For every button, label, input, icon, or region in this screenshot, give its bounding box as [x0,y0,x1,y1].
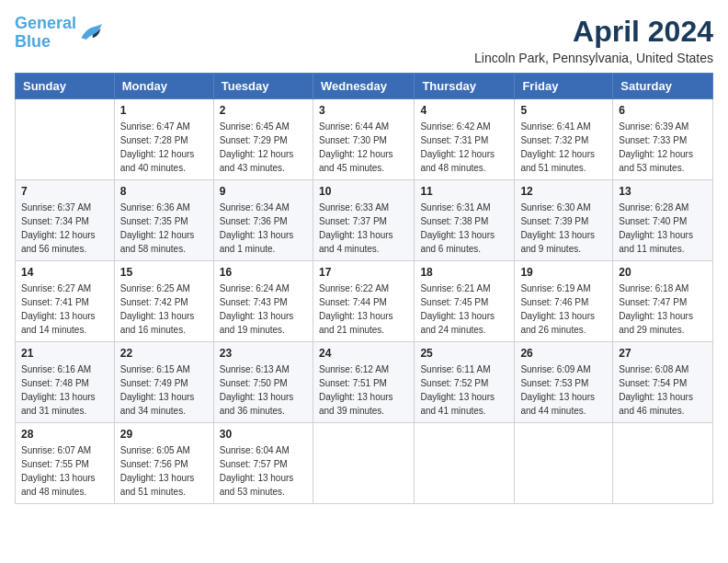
calendar-cell: 28Sunrise: 6:07 AMSunset: 7:55 PMDayligh… [16,423,115,504]
day-info: Sunrise: 6:31 AMSunset: 7:38 PMDaylight:… [420,201,508,256]
calendar-table: SundayMondayTuesdayWednesdayThursdayFrid… [15,73,713,504]
calendar-cell [515,423,613,504]
calendar-week-row: 14Sunrise: 6:27 AMSunset: 7:41 PMDayligh… [16,261,713,342]
calendar-cell: 1Sunrise: 6:47 AMSunset: 7:28 PMDaylight… [114,99,213,180]
day-number: 21 [21,347,108,360]
day-number: 2 [220,104,307,117]
calendar-cell: 22Sunrise: 6:15 AMSunset: 7:49 PMDayligh… [114,342,213,423]
day-info: Sunrise: 6:37 AMSunset: 7:34 PMDaylight:… [21,201,108,256]
day-number: 25 [420,347,508,360]
day-number: 20 [619,266,707,279]
calendar-cell: 13Sunrise: 6:28 AMSunset: 7:40 PMDayligh… [613,180,713,261]
day-info: Sunrise: 6:39 AMSunset: 7:33 PMDaylight:… [619,120,707,175]
calendar-cell: 6Sunrise: 6:39 AMSunset: 7:33 PMDaylight… [613,99,713,180]
calendar-cell: 29Sunrise: 6:05 AMSunset: 7:56 PMDayligh… [114,423,213,504]
day-info: Sunrise: 6:15 AMSunset: 7:49 PMDaylight:… [120,362,208,418]
day-info: Sunrise: 6:19 AMSunset: 7:46 PMDaylight:… [520,282,607,337]
calendar-cell: 5Sunrise: 6:41 AMSunset: 7:32 PMDaylight… [515,99,613,180]
calendar-cell: 7Sunrise: 6:37 AMSunset: 7:34 PMDaylight… [16,180,115,261]
calendar-cell: 27Sunrise: 6:08 AMSunset: 7:54 PMDayligh… [613,342,713,423]
calendar-cell: 17Sunrise: 6:22 AMSunset: 7:44 PMDayligh… [313,261,414,342]
day-info: Sunrise: 6:08 AMSunset: 7:54 PMDaylight:… [619,362,707,418]
calendar-cell: 18Sunrise: 6:21 AMSunset: 7:45 PMDayligh… [415,261,515,342]
calendar-cell: 21Sunrise: 6:16 AMSunset: 7:48 PMDayligh… [16,342,115,423]
logo-general: General [15,14,76,32]
day-number: 3 [319,104,408,117]
calendar-cell: 10Sunrise: 6:33 AMSunset: 7:37 PMDayligh… [313,180,414,261]
calendar-week-row: 28Sunrise: 6:07 AMSunset: 7:55 PMDayligh… [16,423,713,504]
calendar-cell: 4Sunrise: 6:42 AMSunset: 7:31 PMDaylight… [415,99,515,180]
col-header-tuesday: Tuesday [213,74,313,99]
day-number: 7 [21,185,108,198]
day-number: 9 [220,185,307,198]
day-info: Sunrise: 6:41 AMSunset: 7:32 PMDaylight:… [520,120,607,175]
day-info: Sunrise: 6:22 AMSunset: 7:44 PMDaylight:… [319,282,408,337]
day-info: Sunrise: 6:05 AMSunset: 7:56 PMDaylight:… [120,443,208,499]
day-number: 15 [120,266,208,279]
logo-bird-icon [78,20,104,46]
day-number: 22 [120,347,208,360]
day-info: Sunrise: 6:25 AMSunset: 7:42 PMDaylight:… [120,282,208,337]
day-number: 4 [420,104,508,117]
page: General Blue April 2024 Lincoln Park, Pe… [0,0,728,563]
day-number: 14 [21,266,108,279]
col-header-friday: Friday [515,74,613,99]
day-number: 18 [420,266,508,279]
calendar-cell [415,423,515,504]
day-info: Sunrise: 6:11 AMSunset: 7:52 PMDaylight:… [420,362,508,418]
calendar-cell: 2Sunrise: 6:45 AMSunset: 7:29 PMDaylight… [213,99,313,180]
day-info: Sunrise: 6:07 AMSunset: 7:55 PMDaylight:… [21,443,108,499]
calendar-cell: 11Sunrise: 6:31 AMSunset: 7:38 PMDayligh… [415,180,515,261]
calendar-cell: 16Sunrise: 6:24 AMSunset: 7:43 PMDayligh… [213,261,313,342]
day-info: Sunrise: 6:33 AMSunset: 7:37 PMDaylight:… [319,201,408,256]
col-header-sunday: Sunday [16,74,115,99]
location: Lincoln Park, Pennsylvania, United State… [474,51,713,65]
calendar-cell: 24Sunrise: 6:12 AMSunset: 7:51 PMDayligh… [313,342,414,423]
day-number: 27 [619,347,707,360]
day-info: Sunrise: 6:36 AMSunset: 7:35 PMDaylight:… [120,201,208,256]
day-number: 29 [120,428,208,441]
logo-blue: Blue [15,32,51,51]
day-number: 13 [619,185,707,198]
day-number: 23 [220,347,307,360]
day-info: Sunrise: 6:21 AMSunset: 7:45 PMDaylight:… [420,282,508,337]
header: General Blue April 2024 Lincoln Park, Pe… [15,15,713,65]
calendar-cell: 20Sunrise: 6:18 AMSunset: 7:47 PMDayligh… [613,261,713,342]
logo-text: General Blue [15,15,76,52]
calendar-cell [313,423,414,504]
col-header-thursday: Thursday [415,74,515,99]
day-number: 5 [520,104,607,117]
calendar-cell: 23Sunrise: 6:13 AMSunset: 7:50 PMDayligh… [213,342,313,423]
calendar-header-row: SundayMondayTuesdayWednesdayThursdayFrid… [16,74,713,99]
calendar-cell: 15Sunrise: 6:25 AMSunset: 7:42 PMDayligh… [114,261,213,342]
day-info: Sunrise: 6:27 AMSunset: 7:41 PMDaylight:… [21,282,108,337]
calendar-cell: 14Sunrise: 6:27 AMSunset: 7:41 PMDayligh… [16,261,115,342]
calendar-cell: 26Sunrise: 6:09 AMSunset: 7:53 PMDayligh… [515,342,613,423]
calendar-week-row: 21Sunrise: 6:16 AMSunset: 7:48 PMDayligh… [16,342,713,423]
col-header-monday: Monday [114,74,213,99]
day-info: Sunrise: 6:09 AMSunset: 7:53 PMDaylight:… [520,362,607,418]
calendar-week-row: 1Sunrise: 6:47 AMSunset: 7:28 PMDaylight… [16,99,713,180]
day-info: Sunrise: 6:42 AMSunset: 7:31 PMDaylight:… [420,120,508,175]
day-number: 19 [520,266,607,279]
day-number: 1 [120,104,208,117]
day-info: Sunrise: 6:18 AMSunset: 7:47 PMDaylight:… [619,282,707,337]
day-info: Sunrise: 6:44 AMSunset: 7:30 PMDaylight:… [319,120,408,175]
day-number: 16 [220,266,307,279]
day-number: 24 [319,347,408,360]
month-year: April 2024 [474,15,713,49]
day-info: Sunrise: 6:34 AMSunset: 7:36 PMDaylight:… [220,201,307,256]
calendar-week-row: 7Sunrise: 6:37 AMSunset: 7:34 PMDaylight… [16,180,713,261]
day-info: Sunrise: 6:13 AMSunset: 7:50 PMDaylight:… [220,362,307,418]
day-info: Sunrise: 6:12 AMSunset: 7:51 PMDaylight:… [319,362,408,418]
day-number: 28 [21,428,108,441]
col-header-saturday: Saturday [613,74,713,99]
day-number: 10 [319,185,408,198]
day-number: 11 [420,185,508,198]
calendar-cell: 30Sunrise: 6:04 AMSunset: 7:57 PMDayligh… [213,423,313,504]
day-info: Sunrise: 6:30 AMSunset: 7:39 PMDaylight:… [520,201,607,256]
day-info: Sunrise: 6:28 AMSunset: 7:40 PMDaylight:… [619,201,707,256]
col-header-wednesday: Wednesday [313,74,414,99]
day-info: Sunrise: 6:04 AMSunset: 7:57 PMDaylight:… [220,443,307,499]
day-info: Sunrise: 6:45 AMSunset: 7:29 PMDaylight:… [220,120,307,175]
